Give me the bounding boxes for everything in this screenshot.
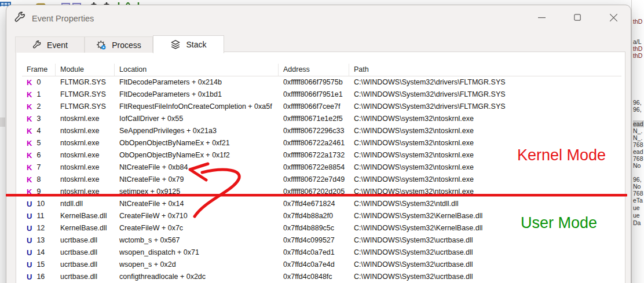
address-cell: 0xfffff806722a2461 — [279, 137, 349, 149]
table-row[interactable]: K4ntoskrnl.exeSeAppendPrivileges + 0x21a… — [22, 125, 621, 137]
background-text-fragment: 96, — [633, 99, 642, 106]
frame-cell: K9 — [22, 186, 56, 198]
table-row[interactable]: U11KernelBase.dllCreateFileW + 0x7100x7f… — [22, 210, 621, 222]
background-text-fragment: 768 — [633, 190, 643, 197]
table-row[interactable]: K0FLTMGR.SYSFltDecodeParameters + 0x214b… — [22, 76, 621, 89]
background-window-edge — [0, 117, 5, 127]
minimize-icon — [538, 14, 546, 21]
address-cell: 0x7ffd4e671824 — [279, 198, 349, 210]
table-row[interactable]: K1FLTMGR.SYSFltDecodeParameters + 0x1bd1… — [22, 89, 621, 101]
dialog-titlebar[interactable]: Event Properties — [6, 5, 631, 32]
frame-number: 3 — [36, 113, 41, 125]
column-header-location[interactable]: Location — [115, 64, 279, 76]
location-cell: setjmpex + 0x9125 — [115, 186, 279, 198]
path-cell: C:\WINDOWS\System32\ucrtbase.dll — [349, 234, 621, 247]
path-cell: C:\WINDOWS\System32\ucrtbase.dll — [349, 247, 621, 259]
frame-number: 0 — [36, 76, 41, 89]
table-row[interactable]: U15ucrtbase.dllwsopen_s + 0x2d0x7ffd4c0a… — [22, 259, 621, 271]
table-row[interactable]: K5ntoskrnl.exeObOpenObjectByNameEx + 0xf… — [22, 137, 621, 149]
user-frame-icon: U — [27, 210, 32, 222]
frame-number: 8 — [36, 174, 41, 186]
close-button[interactable] — [601, 8, 626, 27]
path-cell: C:\WINDOWS\system32\ntoskrnl.exe — [349, 174, 621, 186]
background-window-strip: thDa/LthDthD96,96,eadN_.N_.768ead768No96… — [631, 0, 644, 283]
frame-number: 5 — [36, 137, 41, 149]
table-row[interactable]: U16ucrtbase.dllconfigthreadlocale + 0x2d… — [22, 271, 621, 283]
minimize-button[interactable] — [529, 8, 554, 27]
tab-process-label: Process — [112, 41, 141, 50]
frame-cell: K5 — [22, 137, 56, 149]
frame-cell: K3 — [22, 113, 56, 125]
dialog-title: Event Properties — [32, 14, 94, 23]
address-cell: 0xfffff8066f7cee7f — [279, 101, 349, 113]
maximize-button[interactable] — [565, 8, 590, 27]
layers-icon — [170, 39, 181, 50]
screen: thDa/LthDthD96,96,eadN_.N_.768ead768No96… — [0, 0, 644, 283]
module-cell: FLTMGR.SYS — [56, 76, 115, 89]
table-row[interactable]: U13ucrtbase.dllwctomb_s + 0x5670x7ffd4c0… — [22, 234, 621, 247]
location-cell: FltDecodeParameters + 0x214b — [115, 76, 279, 89]
table-header: Frame Module Location Address Path — [22, 64, 621, 76]
location-cell: FltRequestFileInfoOnCreateCompletion + 0… — [115, 101, 279, 113]
table-row[interactable]: K6ntoskrnl.exeObOpenObjectByNameEx + 0x1… — [22, 149, 621, 161]
module-cell: ntoskrnl.exe — [56, 186, 115, 198]
frame-number: 10 — [36, 198, 45, 210]
module-cell: ucrtbase.dll — [56, 247, 115, 259]
background-text-fragment: 96, — [633, 106, 642, 113]
background-text-fragment: thD — [633, 18, 642, 25]
table-row[interactable]: K2FLTMGR.SYSFltRequestFileInfoOnCreateCo… — [22, 101, 621, 113]
kernel-frame-icon: K — [27, 149, 32, 161]
tab-event[interactable]: Event — [15, 36, 85, 53]
module-cell: ucrtbase.dll — [56, 234, 115, 247]
background-text-fragment: ead — [633, 148, 643, 155]
frame-cell: K2 — [22, 101, 56, 113]
frame-cell: K4 — [22, 125, 56, 137]
address-cell: 0xfffff806722e8854 — [279, 161, 349, 174]
tab-process[interactable]: Process — [85, 36, 153, 53]
table-row[interactable]: U12KernelBase.dllCreateFileW + 0x7c0x7ff… — [22, 222, 621, 234]
location-cell: NtCreateFile + 0x79 — [115, 174, 279, 186]
frame-number: 4 — [36, 125, 41, 137]
module-cell: ntdll.dll — [56, 198, 115, 210]
table-row[interactable]: U10ntdll.dllNtCreateFile + 0x140x7ffd4e6… — [22, 198, 621, 210]
tab-event-label: Event — [47, 41, 68, 50]
module-cell: FLTMGR.SYS — [56, 101, 115, 113]
user-frame-icon: U — [27, 198, 32, 210]
frame-number: 1 — [36, 89, 41, 101]
background-text-fragment: thD — [633, 45, 642, 52]
kernel-frame-icon: K — [27, 125, 32, 137]
path-cell: C:\WINDOWS\System32\drivers\FLTMGR.SYS — [349, 76, 621, 89]
kernel-frame-icon: K — [27, 89, 32, 101]
address-cell: 0xfffff80671e1e2f5 — [279, 113, 349, 125]
table-row[interactable]: K3ntoskrnl.exeIofCallDriver + 0x550xffff… — [22, 113, 621, 125]
tab-stack[interactable]: Stack — [153, 35, 224, 53]
location-cell: CreateFileW + 0x7c — [115, 222, 279, 234]
background-text-fragment: No — [633, 162, 641, 169]
address-cell: 0x7ffd4c0a7ed1 — [279, 247, 349, 259]
module-cell: ntoskrnl.exe — [56, 161, 115, 174]
module-cell: ntoskrnl.exe — [56, 174, 115, 186]
background-text-fragment: 768 — [633, 155, 643, 162]
background-text-fragment: 96, — [633, 176, 642, 183]
frame-number: 9 — [36, 186, 41, 198]
column-header-frame[interactable]: Frame — [22, 64, 56, 76]
column-header-module[interactable]: Module — [56, 64, 115, 76]
frame-cell: U15 — [22, 259, 56, 271]
column-header-path[interactable]: Path — [349, 64, 621, 76]
frame-cell: K8 — [22, 174, 56, 186]
location-cell: NtCreateFile + 0x14 — [115, 198, 279, 210]
location-cell: ObOpenObjectByNameEx + 0xf21 — [115, 137, 279, 149]
gear-run-icon — [96, 40, 107, 50]
table-row[interactable]: K8ntoskrnl.exeNtCreateFile + 0x790xfffff… — [22, 174, 621, 186]
kernel-frame-icon: K — [27, 137, 32, 149]
kernel-frame-icon: K — [27, 101, 32, 113]
table-row[interactable]: K7ntoskrnl.exeNtCreateFile + 0xb840xffff… — [22, 161, 621, 174]
kernel-frame-icon: K — [27, 174, 32, 186]
table-row[interactable]: U14ucrtbase.dllwsopen_dispatch + 0x710x7… — [22, 247, 621, 259]
column-header-address[interactable]: Address — [279, 64, 349, 76]
table-row[interactable]: K9ntoskrnl.exesetjmpex + 0x91250xfffff80… — [22, 186, 621, 198]
address-cell: 0x7ffd4b88a2f0 — [279, 210, 349, 222]
stack-table: Frame Module Location Address Path K0FLT… — [22, 64, 621, 283]
frame-cell: U12 — [22, 222, 56, 234]
path-cell: C:\WINDOWS\system32\ntoskrnl.exe — [349, 137, 621, 149]
